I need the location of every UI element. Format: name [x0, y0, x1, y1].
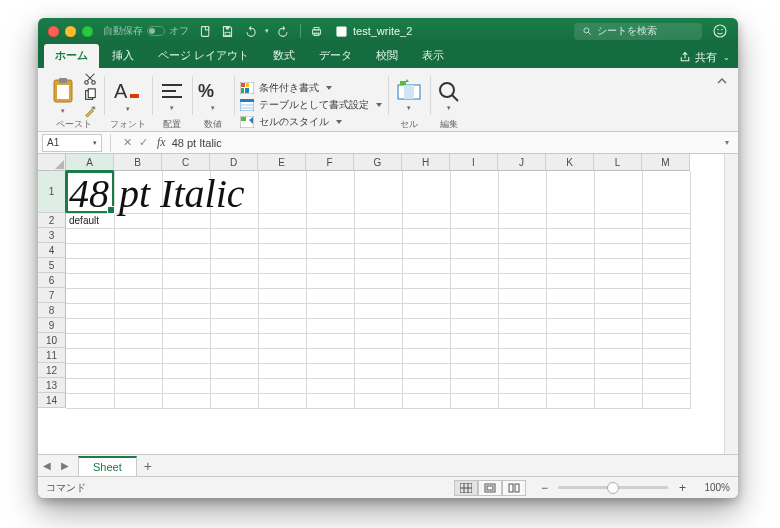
column-header-K[interactable]: K — [546, 154, 594, 171]
cell-H14[interactable] — [402, 393, 450, 408]
cell-K14[interactable] — [546, 393, 594, 408]
cell-H13[interactable] — [402, 378, 450, 393]
cell-I11[interactable] — [450, 348, 498, 363]
cell-G13[interactable] — [354, 378, 402, 393]
cell-I10[interactable] — [450, 333, 498, 348]
maximize-window-button[interactable] — [82, 26, 93, 37]
cell-A12[interactable] — [66, 363, 114, 378]
cell-G6[interactable] — [354, 273, 402, 288]
cell-B3[interactable] — [114, 228, 162, 243]
cell-B4[interactable] — [114, 243, 162, 258]
cell-L13[interactable] — [594, 378, 642, 393]
cell-H8[interactable] — [402, 303, 450, 318]
cell-D6[interactable] — [210, 273, 258, 288]
number-format-button[interactable]: % ▾ — [198, 79, 228, 112]
cell-M12[interactable] — [642, 363, 690, 378]
cell-L12[interactable] — [594, 363, 642, 378]
cell-J2[interactable] — [498, 213, 546, 228]
cell-E5[interactable] — [258, 258, 306, 273]
cell-C5[interactable] — [162, 258, 210, 273]
cell-M3[interactable] — [642, 228, 690, 243]
cell-J8[interactable] — [498, 303, 546, 318]
cell-F2[interactable] — [306, 213, 354, 228]
cell-H3[interactable] — [402, 228, 450, 243]
column-header-J[interactable]: J — [498, 154, 546, 171]
paste-button[interactable]: ▾ — [50, 76, 76, 115]
cell-A13[interactable] — [66, 378, 114, 393]
cell-K5[interactable] — [546, 258, 594, 273]
sheet-nav-prev[interactable]: ◀ — [38, 460, 56, 471]
enter-formula-button[interactable]: ✓ — [135, 136, 151, 149]
cell-H1[interactable] — [402, 171, 450, 213]
cell-J4[interactable] — [498, 243, 546, 258]
cell-J5[interactable] — [498, 258, 546, 273]
name-box[interactable]: A1 ▾ — [42, 134, 102, 152]
cell-E6[interactable] — [258, 273, 306, 288]
minimize-window-button[interactable] — [65, 26, 76, 37]
cell-J13[interactable] — [498, 378, 546, 393]
row-header-14[interactable]: 14 — [38, 393, 66, 408]
font-button[interactable]: A ▾ — [112, 78, 144, 113]
cell-G7[interactable] — [354, 288, 402, 303]
cell-L1[interactable] — [594, 171, 642, 213]
cell-F11[interactable] — [306, 348, 354, 363]
cell-C3[interactable] — [162, 228, 210, 243]
cell-M8[interactable] — [642, 303, 690, 318]
cell-L3[interactable] — [594, 228, 642, 243]
alignment-button[interactable]: ▾ — [158, 79, 186, 112]
cell-M13[interactable] — [642, 378, 690, 393]
copy-icon[interactable] — [82, 88, 98, 102]
cell-A10[interactable] — [66, 333, 114, 348]
cell-J9[interactable] — [498, 318, 546, 333]
cell-K4[interactable] — [546, 243, 594, 258]
view-page-layout-button[interactable] — [478, 480, 502, 496]
cell-F1[interactable] — [306, 171, 354, 213]
row-header-4[interactable]: 4 — [38, 243, 66, 258]
cell-M2[interactable] — [642, 213, 690, 228]
row-header-5[interactable]: 5 — [38, 258, 66, 273]
cell-B12[interactable] — [114, 363, 162, 378]
cell-F9[interactable] — [306, 318, 354, 333]
cell-B8[interactable] — [114, 303, 162, 318]
editing-button[interactable]: ▾ — [436, 79, 462, 112]
formula-input[interactable]: 48 pt Italic — [172, 137, 720, 149]
cell-K2[interactable] — [546, 213, 594, 228]
cell-A1[interactable] — [66, 171, 114, 213]
cell-E4[interactable] — [258, 243, 306, 258]
ribbon-tab-1[interactable]: 挿入 — [101, 44, 145, 68]
cell-M4[interactable] — [642, 243, 690, 258]
cell-M7[interactable] — [642, 288, 690, 303]
collapse-ribbon-button[interactable] — [716, 76, 728, 129]
cell-J7[interactable] — [498, 288, 546, 303]
column-header-A[interactable]: A — [66, 154, 114, 171]
cell-M11[interactable] — [642, 348, 690, 363]
cell-C4[interactable] — [162, 243, 210, 258]
cell-A5[interactable] — [66, 258, 114, 273]
cell-M9[interactable] — [642, 318, 690, 333]
row-header-13[interactable]: 13 — [38, 378, 66, 393]
cell-B9[interactable] — [114, 318, 162, 333]
cell-L5[interactable] — [594, 258, 642, 273]
cell-D13[interactable] — [210, 378, 258, 393]
cell-A6[interactable] — [66, 273, 114, 288]
search-box[interactable]: シートを検索 — [574, 23, 702, 40]
cell-C9[interactable] — [162, 318, 210, 333]
cell-I3[interactable] — [450, 228, 498, 243]
cell-E3[interactable] — [258, 228, 306, 243]
cell-D7[interactable] — [210, 288, 258, 303]
row-header-2[interactable]: 2 — [38, 213, 66, 228]
cell-B7[interactable] — [114, 288, 162, 303]
column-header-E[interactable]: E — [258, 154, 306, 171]
cell-I13[interactable] — [450, 378, 498, 393]
cell-B5[interactable] — [114, 258, 162, 273]
cell-L4[interactable] — [594, 243, 642, 258]
cell-G14[interactable] — [354, 393, 402, 408]
add-sheet-button[interactable]: + — [137, 458, 159, 474]
cell-L8[interactable] — [594, 303, 642, 318]
cell-D12[interactable] — [210, 363, 258, 378]
cell-G8[interactable] — [354, 303, 402, 318]
cell-E9[interactable] — [258, 318, 306, 333]
cell-I1[interactable] — [450, 171, 498, 213]
cell-D10[interactable] — [210, 333, 258, 348]
cell-styles-button[interactable]: セルのスタイル — [240, 115, 382, 129]
